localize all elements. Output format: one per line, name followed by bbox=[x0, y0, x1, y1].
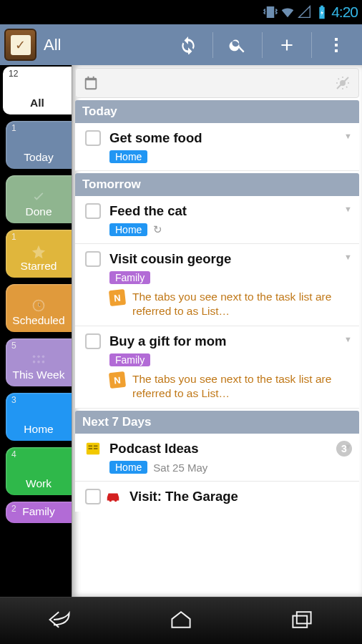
add-button[interactable] bbox=[265, 24, 308, 65]
svg-point-6 bbox=[42, 356, 45, 358]
tab-label: Home bbox=[6, 423, 72, 436]
section-header-today: Today bbox=[75, 100, 359, 123]
tab-label: This Week bbox=[6, 369, 72, 381]
wifi-icon bbox=[280, 4, 295, 20]
svg-point-5 bbox=[37, 356, 40, 358]
battery-icon bbox=[314, 4, 330, 20]
svg-rect-14 bbox=[89, 448, 92, 449]
svg-rect-16 bbox=[94, 448, 98, 449]
sidebar-tab-all[interactable]: 12All bbox=[3, 67, 72, 114]
tab-count: 1 bbox=[11, 124, 72, 133]
note-icon: N bbox=[109, 289, 126, 306]
search-icon bbox=[228, 36, 247, 54]
tab-label: Done bbox=[6, 205, 72, 218]
android-status-bar: 4:20 bbox=[0, 0, 362, 24]
sidebar-tab-today[interactable]: 1Today bbox=[6, 121, 72, 169]
tab-label: All bbox=[3, 97, 72, 109]
tab-label: Today bbox=[6, 151, 72, 164]
chevron-down-icon[interactable]: ▼ bbox=[344, 132, 352, 140]
task-list-area: Today Get some food ▼ Home Tomorrow Feed… bbox=[72, 65, 362, 597]
home-button[interactable] bbox=[168, 608, 194, 634]
task-item[interactable]: Buy a gift for mom ▼ Family N The tabs y… bbox=[75, 326, 359, 409]
svg-rect-17 bbox=[293, 615, 307, 627]
task-item[interactable]: Visit cousin george ▼ Family N The tabs … bbox=[75, 244, 359, 326]
recent-icon bbox=[289, 608, 315, 631]
chevron-down-icon[interactable]: ▼ bbox=[344, 442, 352, 451]
tag-home[interactable]: Home bbox=[109, 150, 147, 163]
chevron-down-icon[interactable]: ▼ bbox=[344, 205, 352, 213]
sidebar-tab-work[interactable]: 4Work bbox=[6, 447, 72, 495]
list-icon bbox=[85, 441, 101, 457]
chevron-down-icon[interactable]: ▼ bbox=[344, 335, 352, 343]
svg-point-4 bbox=[33, 356, 36, 358]
date-filter-bar[interactable] bbox=[75, 68, 359, 98]
app-icon[interactable]: ✓ bbox=[4, 29, 36, 61]
task-title: Feed the cat bbox=[109, 203, 352, 219]
sidebar-tab-home[interactable]: 3Home bbox=[6, 393, 72, 441]
sidebar-tab-done[interactable]: Done bbox=[6, 175, 72, 223]
main-area: 12All1TodayDone1StarredScheduled5This We… bbox=[0, 65, 362, 597]
sidebar-tab-thisweek[interactable]: 5This Week bbox=[6, 338, 72, 386]
clock-text: 4:20 bbox=[331, 4, 358, 21]
tab-count: 5 bbox=[11, 341, 72, 351]
divider bbox=[311, 32, 312, 58]
task-item[interactable]: Get some food ▼ Home bbox=[75, 123, 359, 171]
note-text: The tabs you see next to the task list a… bbox=[132, 290, 352, 318]
svg-rect-15 bbox=[94, 445, 98, 447]
note-text: The tabs you see next to the task list a… bbox=[132, 372, 352, 401]
svg-point-8 bbox=[37, 361, 40, 364]
clock-icon bbox=[6, 298, 72, 313]
svg-rect-1 bbox=[335, 44, 338, 47]
divider bbox=[212, 32, 213, 58]
tab-label: Work bbox=[6, 477, 72, 490]
task-item[interactable]: Visit: The Garage bbox=[75, 482, 359, 512]
checkbox[interactable] bbox=[85, 203, 101, 219]
sync-button[interactable] bbox=[167, 24, 210, 65]
tab-label: Family bbox=[6, 505, 72, 518]
repeat-icon: ↻ bbox=[153, 223, 162, 236]
task-title: Visit: The Garage bbox=[129, 489, 352, 504]
sidebar-tab-scheduled[interactable]: Scheduled bbox=[6, 284, 72, 332]
action-bar: ✓ All bbox=[0, 24, 362, 65]
task-title: Get some food bbox=[109, 130, 352, 146]
overflow-menu-button[interactable] bbox=[315, 24, 358, 65]
brightness-off-icon bbox=[334, 74, 351, 92]
android-nav-bar bbox=[0, 597, 362, 644]
check-icon bbox=[6, 190, 72, 205]
svg-point-9 bbox=[42, 361, 45, 364]
tag-family[interactable]: Family bbox=[109, 271, 150, 284]
task-item[interactable]: Podcast Ideas 3 ▼ Home Sat 25 May bbox=[75, 434, 359, 482]
checkbox[interactable] bbox=[85, 333, 101, 349]
sync-icon bbox=[179, 36, 197, 54]
recent-apps-button[interactable] bbox=[289, 608, 315, 634]
week-icon bbox=[6, 353, 72, 366]
divider bbox=[262, 32, 263, 58]
task-title: Visit cousin george bbox=[109, 251, 352, 267]
tab-label: Starred bbox=[6, 260, 72, 273]
checkbox[interactable] bbox=[85, 489, 101, 504]
tab-count: 1 bbox=[11, 233, 72, 242]
back-button[interactable] bbox=[47, 608, 73, 634]
tag-home[interactable]: Home bbox=[109, 223, 147, 236]
task-item[interactable]: Feed the cat ▼ Home ↻ bbox=[75, 196, 359, 244]
app-icon-check: ✓ bbox=[11, 35, 31, 55]
tag-family[interactable]: Family bbox=[109, 353, 150, 366]
chevron-down-icon[interactable]: ▼ bbox=[344, 253, 352, 261]
svg-rect-13 bbox=[89, 445, 92, 447]
checkbox[interactable] bbox=[85, 130, 101, 146]
checkbox[interactable] bbox=[85, 251, 101, 267]
signal-icon bbox=[297, 4, 313, 20]
sidebar-tab-starred[interactable]: 1Starred bbox=[6, 230, 72, 278]
note-icon: N bbox=[109, 371, 126, 389]
search-button[interactable] bbox=[216, 24, 259, 65]
task-title: Podcast Ideas bbox=[109, 441, 328, 457]
tag-home[interactable]: Home bbox=[109, 461, 147, 474]
svg-point-7 bbox=[33, 361, 36, 364]
home-icon bbox=[168, 608, 194, 631]
car-icon bbox=[105, 489, 121, 504]
sidebar-tab-family[interactable]: 2Family bbox=[6, 502, 72, 523]
task-title: Buy a gift for mom bbox=[109, 333, 352, 349]
tab-count: 12 bbox=[9, 69, 72, 79]
task-date: Sat 25 May bbox=[153, 462, 207, 474]
overflow-icon bbox=[334, 36, 338, 54]
